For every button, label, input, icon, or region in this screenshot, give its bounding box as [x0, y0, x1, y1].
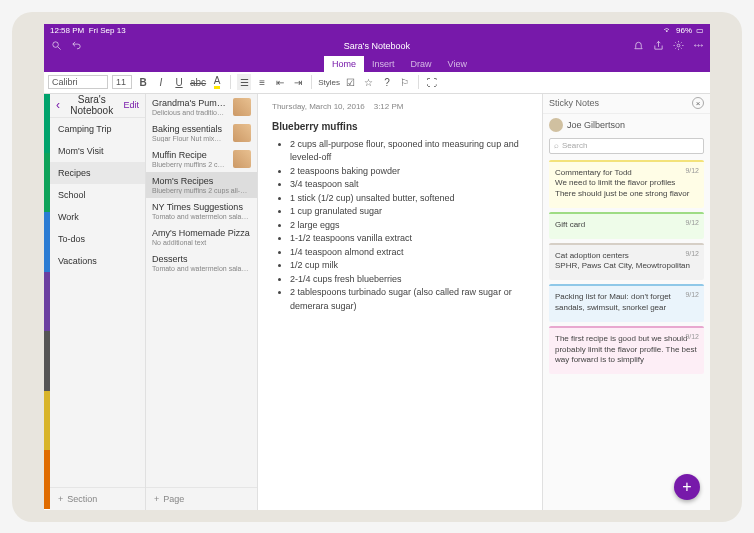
underline-button[interactable]: U — [172, 74, 186, 90]
svg-point-3 — [694, 45, 695, 46]
indent-button[interactable]: ⇥ — [291, 74, 305, 90]
page-thumbnail — [233, 124, 251, 142]
add-section-button[interactable]: +Section — [50, 487, 145, 510]
ingredient-item: 1/2 cup milk — [290, 259, 528, 273]
page-item[interactable]: Mom's RecipesBlueberry muffins 2 cups al… — [146, 172, 257, 198]
section-item[interactable]: To-dos — [50, 228, 145, 250]
outdent-button[interactable]: ⇤ — [273, 74, 287, 90]
section-item[interactable]: School — [50, 184, 145, 206]
note-date: 9/12 — [685, 249, 699, 258]
sticky-search-input[interactable]: ⌕ Search — [549, 138, 704, 154]
ingredient-item: 2 large eggs — [290, 219, 528, 233]
undo-icon[interactable] — [70, 40, 82, 52]
note-heading: Blueberry muffins — [272, 121, 528, 132]
ingredient-item: 2 teaspoons baking powder — [290, 165, 528, 179]
new-note-fab[interactable]: + — [674, 474, 700, 500]
page-thumbnail — [233, 98, 251, 116]
favorite-button[interactable]: ☆ — [362, 74, 376, 90]
todo-tag-button[interactable]: ☑ — [344, 74, 358, 90]
plus-icon: + — [58, 494, 63, 504]
sticky-note[interactable]: 9/12Cat adoption centersSPHR, Paws Cat C… — [549, 243, 704, 281]
ingredient-item: 1-1/2 teaspoons vanilla extract — [290, 232, 528, 246]
svg-point-5 — [701, 45, 702, 46]
ios-status-bar: 12:58 PM Fri Sep 13 ᯤ 96% ▭ — [44, 24, 710, 38]
bullet-list-button[interactable]: ☰ — [237, 74, 251, 90]
bold-button[interactable]: B — [136, 74, 150, 90]
note-date: 9/12 — [685, 218, 699, 227]
note-date: Thursday, March 10, 2016 — [272, 102, 365, 111]
sticky-note[interactable]: 9/12Gift card — [549, 212, 704, 239]
ingredient-item: 1 cup granulated sugar — [290, 205, 528, 219]
status-time: 12:58 PM — [50, 26, 84, 35]
ribbon-tabs: HomeInsertDrawView — [44, 54, 710, 72]
page-item[interactable]: Baking essentialsSugar Flour Nut mix… — [146, 120, 257, 146]
ingredient-item: 2-1/4 cups fresh blueberries — [290, 273, 528, 287]
note-date: 9/12 — [685, 166, 699, 175]
flag-button[interactable]: ⚐ — [398, 74, 412, 90]
svg-line-1 — [57, 47, 60, 50]
sticky-user-name: Joe Gilbertson — [567, 120, 625, 130]
font-family-select[interactable]: Calibri — [48, 75, 108, 89]
svg-point-0 — [52, 42, 58, 48]
note-date: 9/12 — [685, 332, 699, 341]
battery-icon: ▭ — [696, 26, 704, 35]
note-date: 9/12 — [685, 290, 699, 299]
expand-button[interactable]: ⛶ — [425, 74, 439, 90]
sticky-notes-title: Sticky Notes — [549, 98, 599, 108]
tablet-home-button[interactable] — [718, 259, 734, 275]
nav-title: Sara's Notebook — [60, 94, 123, 116]
bell-icon[interactable] — [632, 40, 644, 52]
page-item[interactable]: Amy's Homemade PizzaNo additional text — [146, 224, 257, 250]
more-icon[interactable] — [692, 40, 704, 52]
add-page-button[interactable]: +Page — [146, 487, 257, 510]
sticky-note[interactable]: 9/12Commentary for ToddWe need to limit … — [549, 160, 704, 208]
ribbon-tab-home[interactable]: Home — [324, 56, 364, 72]
page-item[interactable]: Muffin RecipeBlueberry muffins 2 c… — [146, 146, 257, 172]
section-item[interactable]: Work — [50, 206, 145, 228]
status-date: Fri Sep 13 — [89, 26, 126, 35]
page-item[interactable]: DessertsTomato and watermelon salad… — [146, 250, 257, 276]
section-item[interactable]: Mom's Visit — [50, 140, 145, 162]
note-time: 3:12 PM — [374, 102, 404, 111]
share-icon[interactable] — [652, 40, 664, 52]
page-item[interactable]: Grandma's Pum…Delicious and traditio… — [146, 94, 257, 120]
note-canvas[interactable]: Thursday, March 10, 2016 3:12 PM Blueber… — [258, 94, 542, 510]
ingredient-item: 1/4 teaspoon almond extract — [290, 246, 528, 260]
edit-button[interactable]: Edit — [123, 100, 139, 110]
svg-point-2 — [677, 44, 680, 47]
ingredient-item: 2 tablespoons turbinado sugar (also call… — [290, 286, 528, 313]
italic-button[interactable]: I — [154, 74, 168, 90]
settings-icon[interactable] — [672, 40, 684, 52]
section-item[interactable]: Vacations — [50, 250, 145, 272]
highlight-button[interactable]: A — [210, 74, 224, 90]
font-size-select[interactable]: 11 — [112, 75, 132, 89]
battery-percent: 96% — [676, 26, 692, 35]
svg-point-4 — [697, 45, 698, 46]
avatar — [549, 118, 563, 132]
search-icon: ⌕ — [554, 141, 559, 150]
page-item[interactable]: NY Times SuggestionsTomato and watermelo… — [146, 198, 257, 224]
section-item[interactable]: Camping Trip — [50, 118, 145, 140]
numbered-list-button[interactable]: ≡ — [255, 74, 269, 90]
wifi-icon: ᯤ — [664, 26, 672, 35]
formatting-toolbar: Calibri 11 B I U abc A ☰ ≡ ⇤ ⇥ Styles ☑ … — [44, 72, 710, 94]
ingredient-item: 3/4 teaspoon salt — [290, 178, 528, 192]
ingredient-item: 1 stick (1/2 cup) unsalted butter, softe… — [290, 192, 528, 206]
sticky-note[interactable]: 9/12The first recipe is good but we shou… — [549, 326, 704, 374]
close-sticky-button[interactable]: × — [692, 97, 704, 109]
notebook-title: Sara's Notebook — [344, 41, 410, 51]
ribbon-tab-insert[interactable]: Insert — [364, 56, 403, 72]
page-thumbnail — [233, 150, 251, 168]
styles-button[interactable]: Styles — [318, 74, 340, 90]
section-item[interactable]: Recipes — [50, 162, 145, 184]
strike-button[interactable]: abc — [190, 74, 206, 90]
ribbon-tab-view[interactable]: View — [440, 56, 475, 72]
search-icon[interactable] — [50, 40, 62, 52]
sticky-note[interactable]: 9/12Packing list for Maui: don't forget … — [549, 284, 704, 322]
ribbon-tab-draw[interactable]: Draw — [403, 56, 440, 72]
tag-button[interactable]: ? — [380, 74, 394, 90]
plus-icon: + — [154, 494, 159, 504]
ingredient-item: 2 cups all-purpose flour, spooned into m… — [290, 138, 528, 165]
